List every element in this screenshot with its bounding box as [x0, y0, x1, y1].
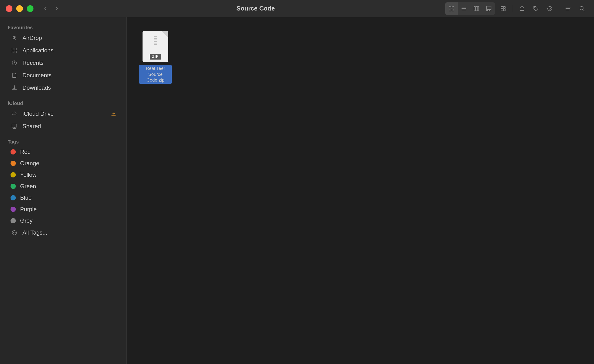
svg-rect-12 [488, 10, 489, 11]
icloud-drive-icon [11, 110, 18, 118]
sort-button[interactable] [562, 2, 574, 15]
svg-point-25 [14, 38, 15, 39]
sidebar-item-applications[interactable]: Applications [3, 44, 124, 57]
sidebar-item-tag-purple[interactable]: Purple [3, 203, 124, 215]
svg-rect-2 [449, 9, 451, 11]
svg-rect-16 [503, 7, 505, 8]
maximize-button[interactable] [27, 5, 34, 12]
toolbar-separator-1 [513, 5, 513, 13]
svg-rect-14 [501, 7, 503, 8]
file-name: Real Teer Source Code.zip [139, 65, 172, 84]
icon-view-button[interactable] [445, 2, 458, 15]
view-mode-group [445, 2, 495, 15]
toolbar-right [444, 2, 588, 15]
orange-tag-label: Orange [20, 160, 39, 167]
sidebar-item-recents[interactable]: Recents [3, 57, 124, 69]
file-icon-wrap: ZIP [141, 30, 170, 63]
svg-rect-11 [486, 10, 488, 11]
sidebar-item-airdrop[interactable]: AirDrop [3, 32, 124, 44]
applications-icon [11, 47, 18, 54]
purple-tag-label: Purple [20, 206, 37, 213]
yellow-tag-label: Yellow [20, 171, 37, 178]
sidebar: Favourites AirDrop [0, 17, 127, 364]
forward-button[interactable] [53, 4, 61, 13]
sidebar-item-icloud-drive[interactable]: iCloud Drive ⚠ [3, 108, 124, 120]
sidebar-item-shared[interactable]: Shared [3, 120, 124, 133]
group-by-button[interactable] [497, 2, 510, 15]
recents-icon [11, 59, 18, 67]
file-item-zip[interactable]: ZIP Real Teer Source Code.zip [136, 27, 175, 87]
sidebar-item-tag-grey[interactable]: Grey [3, 215, 124, 227]
svg-rect-1 [452, 6, 454, 8]
sidebar-item-downloads[interactable]: Downloads [3, 81, 124, 94]
blue-tag-label: Blue [20, 195, 32, 201]
grey-tag-label: Grey [20, 217, 33, 224]
column-view-button[interactable] [470, 2, 483, 15]
red-tag-dot [11, 149, 16, 155]
svg-rect-8 [476, 7, 477, 11]
icloud-section-label: iCloud [0, 99, 127, 108]
downloads-label: Downloads [22, 84, 51, 91]
svg-line-27 [15, 38, 16, 40]
svg-rect-13 [490, 10, 491, 11]
share-button[interactable] [516, 2, 528, 15]
applications-label: Applications [22, 47, 53, 54]
svg-line-24 [583, 9, 585, 11]
zip-badge: ZIP [150, 54, 161, 60]
svg-rect-31 [15, 51, 17, 53]
file-content-area: ZIP Real Teer Source Code.zip [127, 17, 594, 364]
red-tag-label: Red [20, 148, 31, 155]
green-tag-label: Green [20, 183, 36, 190]
sidebar-item-documents[interactable]: Documents [3, 69, 124, 81]
svg-rect-34 [12, 124, 17, 127]
favourites-section-label: Favourites [0, 23, 127, 32]
gallery-view-button[interactable] [483, 2, 495, 15]
search-button[interactable] [576, 2, 588, 15]
sidebar-item-tag-orange[interactable]: Orange [3, 158, 124, 169]
green-tag-dot [11, 184, 16, 189]
close-button[interactable] [6, 5, 13, 12]
sidebar-item-tag-green[interactable]: Green [3, 181, 124, 192]
svg-point-37 [15, 232, 15, 233]
sidebar-item-tag-yellow[interactable]: Yellow [3, 169, 124, 181]
svg-rect-15 [501, 9, 503, 11]
shared-label: Shared [22, 123, 41, 130]
yellow-tag-dot [11, 172, 16, 177]
svg-rect-10 [486, 6, 491, 10]
svg-point-35 [12, 230, 16, 235]
toolbar-separator-2 [559, 5, 559, 13]
file-grid: ZIP Real Teer Source Code.zip [136, 27, 584, 87]
downloads-icon [11, 84, 18, 92]
svg-rect-29 [15, 48, 17, 50]
svg-line-26 [13, 38, 14, 40]
sidebar-item-tag-blue[interactable]: Blue [3, 192, 124, 203]
tags-section-label: Tags [0, 137, 127, 146]
svg-rect-7 [474, 7, 475, 11]
traffic-lights [6, 5, 34, 12]
window-title: Source Code [67, 5, 444, 12]
blue-tag-dot [11, 195, 16, 200]
sidebar-item-tag-red[interactable]: Red [3, 146, 124, 158]
tags-button[interactable] [530, 2, 542, 15]
sidebar-item-all-tags[interactable]: All Tags... [3, 227, 124, 239]
back-button[interactable] [41, 4, 50, 13]
grey-tag-dot [11, 218, 16, 223]
main-area: Favourites AirDrop [0, 17, 594, 364]
minimize-button[interactable] [16, 5, 23, 12]
svg-point-19 [548, 7, 552, 11]
documents-label: Documents [22, 72, 51, 79]
icloud-drive-warning-icon: ⚠ [111, 111, 116, 117]
documents-icon [11, 72, 18, 79]
recents-label: Recents [22, 60, 44, 66]
purple-tag-dot [11, 207, 16, 212]
orange-tag-dot [11, 161, 16, 166]
zip-file-icon: ZIP [142, 31, 168, 62]
svg-rect-30 [12, 51, 14, 53]
svg-rect-0 [449, 6, 451, 8]
svg-point-18 [534, 7, 535, 8]
list-view-button[interactable] [458, 2, 470, 15]
quick-look-button[interactable] [544, 2, 556, 15]
shared-icon [11, 122, 18, 130]
nav-buttons [41, 4, 61, 13]
icloud-drive-label: iCloud Drive [22, 110, 54, 117]
